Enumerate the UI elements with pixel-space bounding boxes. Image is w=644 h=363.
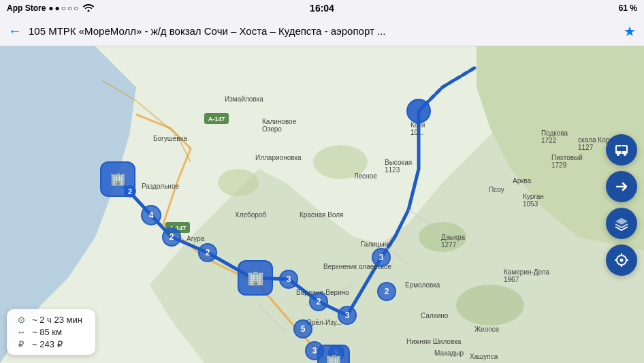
stop-2[interactable]: 4: [141, 205, 161, 225]
svg-text:А-147: А-147: [208, 116, 225, 123]
back-button[interactable]: ←: [8, 23, 22, 39]
svg-point-19: [617, 153, 619, 156]
distance-icon: ↔: [15, 327, 27, 337]
info-panel: ⊙ ~ 2 ч 23 мин ↔ ~ 85 км ₽ ~ 243 ₽: [7, 309, 95, 355]
stop-8[interactable]: 3: [338, 306, 357, 325]
clock-icon: ⊙: [15, 315, 27, 325]
stop-15[interactable]: 3: [372, 248, 391, 267]
stop-7[interactable]: 2: [309, 292, 328, 311]
stop-1[interactable]: 🏢 2: [100, 161, 135, 197]
route-title: 105 МТРК «МореМолл» - ж/д вокзал Сочи – …: [29, 25, 617, 37]
svg-point-8: [456, 285, 524, 326]
status-time: 16:04: [310, 3, 334, 14]
stop-14[interactable]: [406, 99, 431, 123]
stop-4[interactable]: 2: [198, 243, 217, 262]
layers-button[interactable]: [606, 208, 637, 239]
svg-point-20: [624, 153, 626, 156]
stop-6[interactable]: 3: [279, 270, 298, 289]
wifi-icon: [83, 3, 94, 14]
price-icon: ₽: [15, 339, 27, 349]
map-container[interactable]: А-147 А-147 Измайловка Богушёвка Калинов…: [0, 46, 644, 363]
svg-point-6: [313, 145, 368, 179]
action-buttons: [606, 134, 637, 276]
status-left: App Store ●●○○○: [7, 3, 94, 14]
stop-5[interactable]: 🏢: [238, 260, 273, 296]
price-info-row: ₽ ~ 243 ₽: [15, 339, 87, 349]
bus-button[interactable]: [606, 134, 637, 165]
status-bar: App Store ●●○○○ 16:04 61 %: [0, 0, 644, 16]
time-info-row: ⊙ ~ 2 ч 23 мин: [15, 315, 87, 325]
price-label: ~ 243 ₽: [32, 339, 63, 349]
nav-bar: ← 105 МТРК «МореМолл» - ж/д вокзал Сочи …: [0, 16, 644, 46]
route-button[interactable]: [606, 171, 637, 202]
distance-label: ~ 85 км: [32, 327, 62, 337]
stop-3[interactable]: 2: [162, 227, 181, 247]
svg-point-7: [419, 222, 466, 252]
location-button[interactable]: [606, 244, 637, 276]
distance-info-row: ↔ ~ 85 км: [15, 327, 87, 337]
svg-point-23: [620, 258, 624, 262]
battery-indicator: 61 %: [619, 3, 637, 13]
stop-13[interactable]: 2: [377, 282, 396, 301]
stop-9[interactable]: 5: [293, 319, 312, 338]
time-label: ~ 2 ч 23 мин: [32, 315, 82, 325]
stop-12[interactable]: 🏢: [317, 345, 350, 363]
signal-dots: ●●○○○: [48, 3, 80, 13]
svg-point-5: [218, 169, 259, 196]
map-svg: А-147 А-147: [0, 46, 644, 363]
app-store-label: App Store: [7, 3, 46, 13]
favorite-button[interactable]: ★: [624, 23, 636, 40]
